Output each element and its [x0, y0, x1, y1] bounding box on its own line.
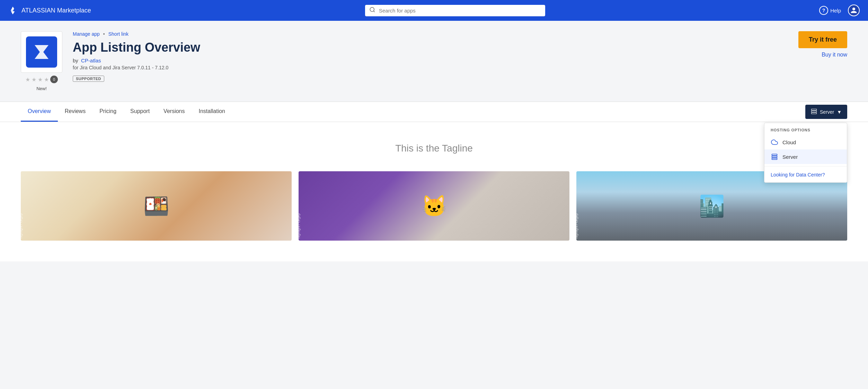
app-header: ★ ★ ★ ★ 0 New! Manage app • Short link A… — [0, 21, 868, 102]
search-input[interactable] — [365, 5, 545, 16]
app-info: Manage app • Short link App Listing Over… — [73, 31, 788, 82]
try-free-button[interactable]: Try it free — [798, 31, 847, 48]
nav-tabs: Overview Reviews Pricing Support Version… — [0, 102, 868, 122]
atlassian-icon — [8, 6, 18, 15]
app-logo-section: ★ ★ ★ ★ 0 New! — [21, 31, 62, 91]
supported-badge: SUPPORTED — [73, 76, 104, 82]
app-author: by CP-atlas — [73, 58, 788, 63]
watermark-3: highlight / cegep — [576, 213, 578, 239]
gallery-item-1: 🍱 highlight / cegep — [21, 171, 292, 241]
app-logo — [21, 31, 62, 73]
new-label: New! — [36, 86, 47, 91]
search-area — [91, 5, 819, 16]
app-cta: Try it free Buy it now — [798, 31, 847, 58]
hosting-dropdown-panel: HOSTING OPTIONS Cloud Server Looking for… — [764, 123, 847, 183]
cat-image: 🐱 — [299, 171, 569, 241]
watermark-1: highlight / cegep — [21, 213, 23, 239]
app-links: Manage app • Short link — [73, 31, 788, 37]
star-4: ★ — [44, 76, 49, 83]
review-count: 0 — [50, 76, 58, 83]
star-rating: ★ ★ ★ ★ 0 — [25, 76, 58, 83]
app-logo-inner — [26, 36, 57, 68]
author-prefix: by — [73, 58, 78, 63]
server-label: Server — [782, 154, 798, 160]
avatar[interactable] — [848, 5, 860, 16]
watermark-2: highlight / cegep — [299, 213, 301, 239]
svg-rect-3 — [811, 111, 816, 112]
cloud-icon — [771, 138, 778, 146]
svg-line-1 — [373, 11, 374, 12]
help-icon: ? — [819, 6, 828, 15]
search-icon — [369, 7, 375, 14]
bitbucket-icon — [31, 42, 52, 62]
chevron-down-icon: ▼ — [837, 109, 842, 115]
svg-rect-6 — [772, 156, 777, 157]
tab-installation[interactable]: Installation — [192, 102, 232, 122]
svg-rect-4 — [811, 113, 816, 114]
star-3: ★ — [38, 76, 43, 83]
main-content: This is the Tagline 🍱 highlight / cegep … — [0, 122, 868, 261]
help-label: Help — [830, 8, 841, 14]
logo-text: ATLASSIAN Marketplace — [21, 7, 91, 14]
tab-pricing[interactable]: Pricing — [92, 102, 123, 122]
header: ATLASSIAN Marketplace ? Help — [0, 0, 868, 21]
svg-rect-7 — [772, 158, 777, 159]
image-gallery: 🍱 highlight / cegep 🐱 highlight / cegep … — [21, 171, 847, 241]
buy-now-link[interactable]: Buy it now — [822, 52, 847, 58]
svg-point-0 — [370, 7, 374, 11]
star-1: ★ — [25, 76, 30, 83]
tab-support[interactable]: Support — [123, 102, 157, 122]
author-link[interactable]: CP-atlas — [81, 58, 101, 63]
server-option[interactable]: Server — [764, 149, 847, 164]
star-2: ★ — [32, 76, 36, 83]
tab-versions[interactable]: Versions — [157, 102, 192, 122]
short-link[interactable]: Short link — [108, 31, 129, 37]
header-actions: ? Help — [819, 5, 860, 16]
server-dropdown-button[interactable]: Server ▼ — [805, 105, 847, 119]
svg-rect-5 — [772, 154, 777, 156]
link-separator: • — [103, 31, 105, 37]
data-center-link[interactable]: Looking for Data Center? — [764, 168, 847, 182]
cloud-option[interactable]: Cloud — [764, 135, 847, 149]
tab-overview[interactable]: Overview — [21, 102, 58, 122]
manage-app-link[interactable]: Manage app — [73, 31, 100, 37]
dropdown-divider — [764, 166, 847, 166]
app-compat: for Jira Cloud and Jira Server 7.0.11 - … — [73, 65, 788, 70]
help-button[interactable]: ? Help — [819, 6, 841, 15]
app-title: App Listing Overview — [73, 40, 788, 55]
server-option-icon — [771, 153, 778, 161]
dropdown-header: HOSTING OPTIONS — [764, 123, 847, 135]
tab-reviews[interactable]: Reviews — [58, 102, 92, 122]
cloud-label: Cloud — [782, 139, 796, 145]
server-dropdown-label: Server — [820, 109, 834, 115]
server-icon — [811, 108, 817, 115]
logo: ATLASSIAN Marketplace — [8, 6, 91, 15]
tagline: This is the Tagline — [21, 143, 847, 154]
gallery-item-2: 🐱 highlight / cegep — [299, 171, 569, 241]
svg-rect-2 — [811, 109, 816, 110]
sushi-image: 🍱 — [21, 171, 292, 241]
